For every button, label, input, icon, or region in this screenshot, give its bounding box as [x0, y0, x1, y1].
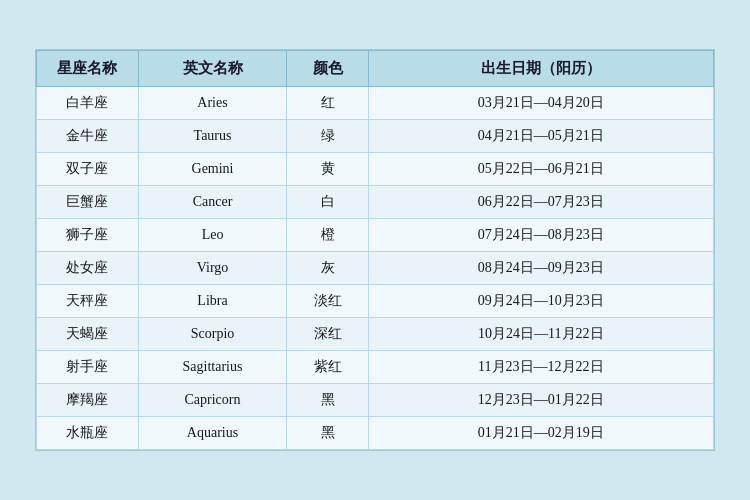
zodiac-table: 星座名称 英文名称 颜色 出生日期（阳历） 白羊座Aries红03月21日—04… [36, 50, 714, 450]
cell-chinese-name: 双子座 [37, 153, 139, 186]
cell-date-range: 10月24日—11月22日 [368, 318, 713, 351]
cell-english-name: Leo [138, 219, 287, 252]
header-date-range: 出生日期（阳历） [368, 51, 713, 87]
cell-date-range: 11月23日—12月22日 [368, 351, 713, 384]
table-row: 天蝎座Scorpio深红10月24日—11月22日 [37, 318, 714, 351]
cell-color: 红 [287, 87, 368, 120]
cell-english-name: Aries [138, 87, 287, 120]
cell-color: 灰 [287, 252, 368, 285]
table-row: 射手座Sagittarius紫红11月23日—12月22日 [37, 351, 714, 384]
cell-english-name: Virgo [138, 252, 287, 285]
cell-english-name: Scorpio [138, 318, 287, 351]
cell-color: 黑 [287, 384, 368, 417]
cell-english-name: Aquarius [138, 417, 287, 450]
table-row: 处女座Virgo灰08月24日—09月23日 [37, 252, 714, 285]
cell-english-name: Gemini [138, 153, 287, 186]
cell-chinese-name: 金牛座 [37, 120, 139, 153]
table-row: 天秤座Libra淡红09月24日—10月23日 [37, 285, 714, 318]
cell-chinese-name: 射手座 [37, 351, 139, 384]
table-row: 金牛座Taurus绿04月21日—05月21日 [37, 120, 714, 153]
cell-english-name: Taurus [138, 120, 287, 153]
cell-chinese-name: 处女座 [37, 252, 139, 285]
cell-date-range: 09月24日—10月23日 [368, 285, 713, 318]
table-row: 水瓶座Aquarius黑01月21日—02月19日 [37, 417, 714, 450]
cell-date-range: 08月24日—09月23日 [368, 252, 713, 285]
table-row: 白羊座Aries红03月21日—04月20日 [37, 87, 714, 120]
cell-date-range: 05月22日—06月21日 [368, 153, 713, 186]
cell-chinese-name: 白羊座 [37, 87, 139, 120]
cell-chinese-name: 狮子座 [37, 219, 139, 252]
cell-color: 绿 [287, 120, 368, 153]
table-row: 双子座Gemini黄05月22日—06月21日 [37, 153, 714, 186]
cell-color: 白 [287, 186, 368, 219]
cell-date-range: 12月23日—01月22日 [368, 384, 713, 417]
cell-date-range: 01月21日—02月19日 [368, 417, 713, 450]
table-header-row: 星座名称 英文名称 颜色 出生日期（阳历） [37, 51, 714, 87]
cell-english-name: Capricorn [138, 384, 287, 417]
cell-color: 深红 [287, 318, 368, 351]
cell-date-range: 03月21日—04月20日 [368, 87, 713, 120]
cell-date-range: 06月22日—07月23日 [368, 186, 713, 219]
cell-english-name: Sagittarius [138, 351, 287, 384]
cell-chinese-name: 摩羯座 [37, 384, 139, 417]
header-english-name: 英文名称 [138, 51, 287, 87]
cell-chinese-name: 天秤座 [37, 285, 139, 318]
table-row: 巨蟹座Cancer白06月22日—07月23日 [37, 186, 714, 219]
table-row: 狮子座Leo橙07月24日—08月23日 [37, 219, 714, 252]
cell-date-range: 07月24日—08月23日 [368, 219, 713, 252]
cell-chinese-name: 天蝎座 [37, 318, 139, 351]
table-row: 摩羯座Capricorn黑12月23日—01月22日 [37, 384, 714, 417]
cell-chinese-name: 巨蟹座 [37, 186, 139, 219]
cell-color: 橙 [287, 219, 368, 252]
cell-color: 黑 [287, 417, 368, 450]
cell-color: 黄 [287, 153, 368, 186]
cell-date-range: 04月21日—05月21日 [368, 120, 713, 153]
cell-color: 淡红 [287, 285, 368, 318]
zodiac-table-container: 星座名称 英文名称 颜色 出生日期（阳历） 白羊座Aries红03月21日—04… [35, 49, 715, 451]
cell-chinese-name: 水瓶座 [37, 417, 139, 450]
cell-color: 紫红 [287, 351, 368, 384]
header-chinese-name: 星座名称 [37, 51, 139, 87]
cell-english-name: Cancer [138, 186, 287, 219]
table-body: 白羊座Aries红03月21日—04月20日金牛座Taurus绿04月21日—0… [37, 87, 714, 450]
header-color: 颜色 [287, 51, 368, 87]
cell-english-name: Libra [138, 285, 287, 318]
